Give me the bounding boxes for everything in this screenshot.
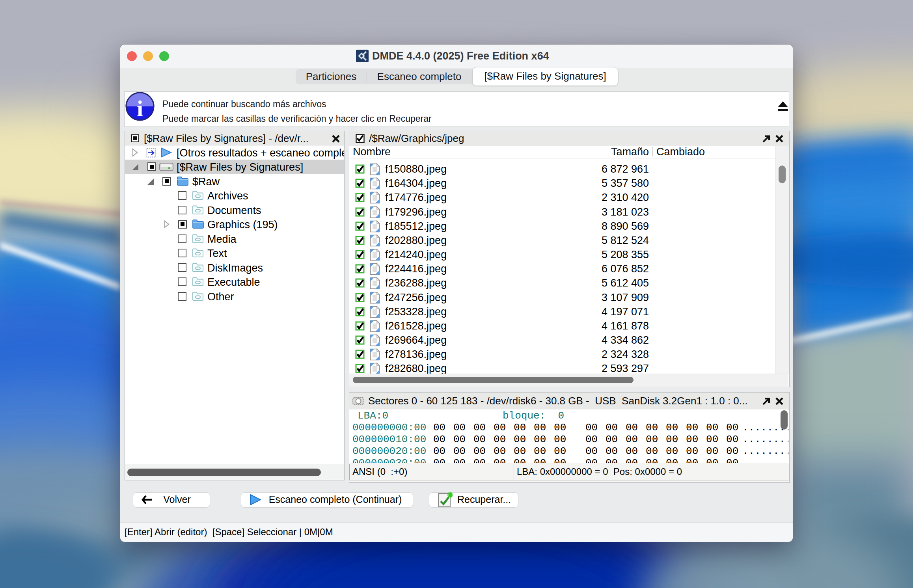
svg-text:i: i	[137, 96, 143, 121]
